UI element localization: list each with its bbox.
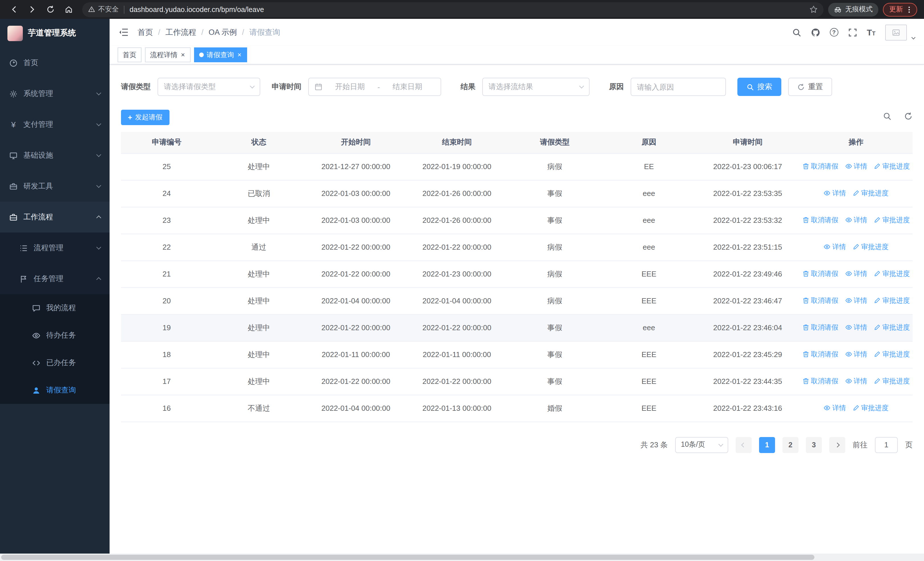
- address-bar[interactable]: 不安全 dashboard.yudao.iocoder.cn/bpm/oa/le…: [82, 2, 824, 17]
- cancel-leave-link[interactable]: 取消请假: [802, 376, 838, 386]
- toggle-search-button[interactable]: [883, 112, 891, 123]
- home-button[interactable]: [61, 2, 76, 17]
- update-button[interactable]: 更新: [883, 3, 917, 16]
- chevron-down-icon: [96, 152, 101, 157]
- detail-link[interactable]: 详情: [845, 350, 867, 359]
- forward-button[interactable]: [24, 2, 39, 17]
- approval-progress-link[interactable]: 审批进度: [874, 215, 910, 225]
- scrollbar-thumb[interactable]: [1, 555, 814, 560]
- col-leave-type: 请假类型: [507, 132, 602, 153]
- sidebar-item-task-mgmt[interactable]: 任务管理: [0, 263, 110, 294]
- help-icon[interactable]: ?: [830, 28, 838, 36]
- sidebar-item-my-process[interactable]: 我的流程: [0, 294, 110, 322]
- cell-start-time: 2021-12-27 00:00:00: [321, 162, 390, 171]
- prev-page-button[interactable]: [736, 437, 752, 453]
- col-status: 状态: [212, 132, 305, 153]
- close-icon[interactable]: ×: [237, 51, 242, 58]
- approval-progress-link[interactable]: 审批进度: [853, 403, 889, 413]
- col-reason: 原因: [602, 132, 696, 153]
- sidebar-item-process-mgmt[interactable]: 流程管理: [0, 233, 110, 263]
- cell-apply-time: 2022-01-23 00:06:17: [713, 162, 782, 171]
- approval-progress-link[interactable]: 审批进度: [874, 323, 910, 332]
- detail-link[interactable]: 详情: [845, 376, 867, 386]
- tab-leave-query[interactable]: 请假查询 ×: [194, 47, 247, 62]
- detail-link[interactable]: 详情: [845, 323, 867, 332]
- back-button[interactable]: [6, 2, 21, 17]
- avatar[interactable]: [885, 24, 907, 40]
- security-chip[interactable]: 不安全: [88, 5, 119, 14]
- goto-page-input[interactable]: [875, 437, 898, 453]
- cell-end-time: 2022-01-26 00:00:00: [422, 216, 491, 224]
- horizontal-scrollbar[interactable]: [0, 553, 924, 561]
- breadcrumb-item[interactable]: 工作流程: [165, 27, 196, 38]
- breadcrumb-item[interactable]: OA 示例: [208, 27, 237, 38]
- cancel-leave-link[interactable]: 取消请假: [802, 215, 838, 225]
- detail-link[interactable]: 详情: [845, 296, 867, 305]
- collapse-sidebar-button[interactable]: [119, 27, 128, 37]
- page-button-3[interactable]: 3: [806, 437, 822, 453]
- cell-start-time: 2022-01-04 00:00:00: [321, 296, 390, 305]
- search-button[interactable]: [792, 28, 801, 37]
- cell-reason: eee: [643, 216, 655, 224]
- eye-icon: [845, 217, 852, 224]
- approval-progress-link[interactable]: 审批进度: [853, 188, 889, 198]
- sidebar-item-workflow[interactable]: 工作流程: [0, 202, 110, 233]
- detail-link[interactable]: 详情: [845, 269, 867, 279]
- cell-reason: EEE: [642, 296, 656, 305]
- create-leave-button[interactable]: + 发起请假: [121, 110, 169, 125]
- search-button[interactable]: 搜索: [737, 78, 782, 96]
- tab-home[interactable]: 首页: [118, 47, 141, 62]
- reload-button[interactable]: [43, 2, 58, 17]
- apply-time-range-picker[interactable]: 开始日期 - 结束日期: [308, 78, 441, 96]
- chevron-down-icon: [96, 122, 101, 126]
- cancel-leave-link[interactable]: 取消请假: [802, 162, 838, 171]
- font-size-icon[interactable]: TT: [867, 28, 876, 36]
- page-button-2[interactable]: 2: [783, 437, 798, 453]
- cancel-leave-link[interactable]: 取消请假: [802, 323, 838, 332]
- bookmark-star-icon[interactable]: [809, 5, 818, 14]
- next-page-button[interactable]: [829, 437, 845, 453]
- avatar-caret-icon[interactable]: [912, 35, 915, 39]
- detail-link[interactable]: 详情: [824, 242, 846, 252]
- reset-button[interactable]: 重置: [788, 78, 832, 96]
- reason-input[interactable]: [631, 78, 726, 96]
- cancel-leave-link[interactable]: 取消请假: [802, 296, 838, 305]
- sidebar-item-done-tasks[interactable]: 已办任务: [0, 349, 110, 376]
- tab-process-detail[interactable]: 流程详情 ×: [145, 47, 190, 62]
- detail-link[interactable]: 详情: [845, 215, 867, 225]
- approval-progress-link[interactable]: 审批进度: [874, 296, 910, 305]
- detail-link[interactable]: 详情: [824, 403, 846, 413]
- sidebar-item-home[interactable]: 首页: [0, 47, 110, 78]
- github-button[interactable]: [811, 28, 820, 37]
- breadcrumb-item[interactable]: 首页: [138, 27, 153, 38]
- leave-type-select[interactable]: 请选择请假类型: [158, 78, 260, 96]
- page-button-1[interactable]: 1: [759, 437, 775, 453]
- incognito-label: 无痕模式: [845, 5, 873, 14]
- sidebar-item-system-mgmt[interactable]: 系统管理: [0, 78, 110, 109]
- approval-progress-link[interactable]: 审批进度: [874, 162, 910, 171]
- page-size-select[interactable]: 10条/页: [675, 437, 728, 453]
- cancel-leave-link[interactable]: 取消请假: [802, 269, 838, 279]
- app-logo[interactable]: 芋道管理系统: [0, 19, 110, 47]
- cell-reason: EEE: [642, 350, 656, 359]
- sidebar-item-payment-mgmt[interactable]: ¥ 支付管理: [0, 109, 110, 140]
- sidebar-item-infrastructure[interactable]: 基础设施: [0, 140, 110, 171]
- detail-link[interactable]: 详情: [845, 162, 867, 171]
- sidebar-item-dev-tools[interactable]: 研发工具: [0, 171, 110, 202]
- sidebar-item-leave-query[interactable]: 请假查询: [0, 376, 110, 404]
- fullscreen-button[interactable]: [848, 28, 857, 37]
- url-input[interactable]: dashboard.yudao.iocoder.cn/bpm/oa/leave: [129, 5, 809, 14]
- approval-progress-link[interactable]: 审批进度: [874, 269, 910, 279]
- cancel-leave-link[interactable]: 取消请假: [802, 350, 838, 359]
- approval-progress-link[interactable]: 审批进度: [874, 350, 910, 359]
- close-icon[interactable]: ×: [180, 51, 186, 58]
- cell-reason: EE: [644, 162, 654, 171]
- approval-progress-link[interactable]: 审批进度: [874, 376, 910, 386]
- sidebar-item-todo-tasks[interactable]: 待办任务: [0, 322, 110, 349]
- result-select[interactable]: 请选择流结果: [482, 78, 590, 96]
- kebab-menu-icon[interactable]: [905, 5, 913, 14]
- approval-progress-link[interactable]: 审批进度: [853, 242, 889, 252]
- refresh-table-button[interactable]: [904, 112, 913, 123]
- table-row: 21 处理中 2022-01-22 00:00:00 2022-01-23 00…: [121, 260, 913, 287]
- detail-link[interactable]: 详情: [824, 188, 846, 198]
